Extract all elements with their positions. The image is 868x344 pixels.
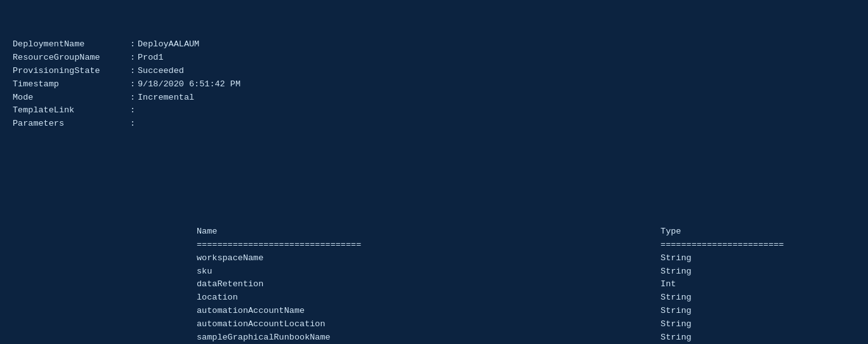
row-name-4: automationAccountName <box>197 305 661 318</box>
table-row: automationAccountName String Prod1-AA <box>197 305 868 318</box>
header-name: Name <box>197 225 661 239</box>
sep-resource-group: : <box>130 51 138 65</box>
row-type-3: String <box>661 291 868 305</box>
parameters-section: Name Type Value ========================… <box>13 172 855 344</box>
val-provisioning-state: Succeeded <box>138 65 240 78</box>
val-resource-group: Prod1 <box>138 51 240 65</box>
row-name-5: automationAccountLocation <box>197 318 661 331</box>
key-deployment-name: DeploymentName <box>13 38 130 51</box>
terminal: DeploymentName : DeployAALAUM ResourceGr… <box>13 11 855 344</box>
row-type-4: String <box>661 305 868 318</box>
row-name-0: workspaceName <box>197 252 661 265</box>
row-name-6: sampleGraphicalRunbookName <box>197 331 661 344</box>
table-row: workspaceName String Prod1-LA <box>197 252 868 265</box>
val-deployment-name: DeployAALAUM <box>138 38 240 51</box>
key-timestamp: Timestamp <box>13 78 130 91</box>
sep-template-link: : <box>130 104 138 117</box>
sep-mode: : <box>130 91 138 105</box>
parameters-row: Parameters : <box>13 117 240 131</box>
row-name-3: location <box>197 291 661 305</box>
param-header-row: Name Type Value <box>197 225 868 239</box>
table-row: automationAccountLocation String eastus2 <box>197 318 868 331</box>
table-row: sku String pergb2018 <box>197 265 868 279</box>
sep-provisioning-state: : <box>130 65 138 78</box>
key-template-link: TemplateLink <box>13 104 130 117</box>
val-parameters <box>138 117 240 131</box>
sep-type: ======================== <box>661 239 868 252</box>
info-block: DeploymentName : DeployAALAUM ResourceGr… <box>13 38 240 131</box>
sep-timestamp: : <box>130 78 138 91</box>
row-type-0: String <box>661 252 868 265</box>
val-timestamp: 9/18/2020 6:51:42 PM <box>138 78 240 91</box>
row-type-2: Int <box>661 278 868 291</box>
key-resource-group: ResourceGroupName <box>13 51 130 65</box>
row-type-5: String <box>661 318 868 331</box>
param-table: Name Type Value ========================… <box>197 225 868 344</box>
key-provisioning-state: ProvisioningState <box>13 65 130 78</box>
sep-parameters: : <box>130 117 138 131</box>
params-indent: Name Type Value ========================… <box>197 199 855 344</box>
header-type: Type <box>661 225 868 239</box>
separator-row: ================================ =======… <box>197 239 868 252</box>
sep-name: ================================ <box>197 239 661 252</box>
val-mode: Incremental <box>138 91 240 105</box>
sep-deployment-name: : <box>130 38 138 51</box>
row-name-1: sku <box>197 265 661 279</box>
key-mode: Mode <box>13 91 130 105</box>
val-template-link <box>138 104 240 117</box>
deployment-name-row: DeploymentName : DeployAALAUM <box>13 38 240 51</box>
resource-group-row: ResourceGroupName : Prod1 <box>13 51 240 65</box>
row-type-6: String <box>661 331 868 344</box>
provisioning-state-row: ProvisioningState : Succeeded <box>13 65 240 78</box>
table-row: sampleGraphicalRunbookName String AzureA… <box>197 331 868 344</box>
table-row: dataRetention Int 30 <box>197 278 868 291</box>
row-name-2: dataRetention <box>197 278 661 291</box>
template-link-row: TemplateLink : <box>13 104 240 117</box>
table-row: location String eastus <box>197 291 868 305</box>
timestamp-row: Timestamp : 9/18/2020 6:51:42 PM <box>13 78 240 91</box>
mode-row: Mode : Incremental <box>13 91 240 105</box>
key-parameters: Parameters <box>13 117 130 131</box>
row-type-1: String <box>661 265 868 279</box>
